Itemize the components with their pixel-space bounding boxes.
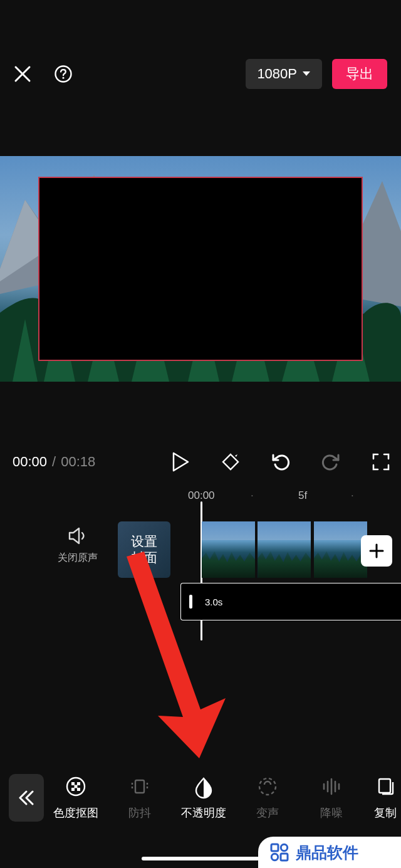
home-indicator [142,857,259,860]
header: 1080P 导出 [0,58,401,90]
svg-rect-16 [281,854,288,860]
chevron-down-icon [302,71,311,77]
fullscreen-icon[interactable] [371,452,391,472]
bottom-toolbar: 色度抠图 防抖 不透明度 变声 降噪 复制 [0,760,401,835]
overlay-clip[interactable]: 3.0s [180,583,401,620]
tool-copy[interactable]: 复制 [363,775,401,820]
video-preview[interactable] [0,156,401,382]
brand-logo-icon [269,842,289,862]
playback-time-row: 00:00 / 00:18 [13,449,391,474]
duration-time: 00:18 [61,454,95,470]
anti-shake-icon [128,775,151,798]
svg-rect-13 [271,844,278,851]
tool-noise-reduce-label: 降噪 [320,805,343,820]
mute-audio-button[interactable]: 关闭原声 [58,526,98,565]
mute-label: 关闭原声 [58,552,98,565]
timeline-tracks: 关闭原声 设置 封面 [0,521,401,578]
watermark-text: 鼎品软件 [296,842,358,863]
chevrons-left-icon [18,790,35,806]
svg-point-1 [63,77,65,79]
time-separator: / [52,454,56,470]
tool-voice-change[interactable]: 变声 [236,775,299,820]
cover-label-l2: 封面 [131,550,157,566]
cover-label-l1: 设置 [131,533,157,550]
timeline-ruler[interactable]: 00:00 · 5f · [0,489,401,503]
watermark-badge: 鼎品软件 [258,837,401,868]
svg-rect-12 [379,779,390,793]
undo-icon[interactable] [271,452,291,472]
svg-point-14 [281,844,287,850]
tool-opacity-label: 不透明度 [181,805,226,820]
clip-handle-left[interactable] [181,583,201,620]
chroma-key-icon [65,775,87,798]
tool-anti-shake-label: 防抖 [128,805,151,820]
tool-voice-change-label: 变声 [256,805,279,820]
svg-rect-6 [77,782,80,785]
clip-duration: 3.0s [205,597,222,607]
resolution-label: 1080P [257,66,297,82]
tool-noise-reduce[interactable]: 降噪 [299,775,363,820]
noise-reduce-icon [320,775,343,798]
toolbar-back-button[interactable] [9,774,44,822]
tool-copy-label: 复制 [374,805,397,820]
close-icon[interactable] [14,65,31,83]
tool-anti-shake[interactable]: 防抖 [108,775,172,820]
opacity-icon [192,775,215,798]
ruler-tick-1: 5f [298,489,307,502]
redo-icon[interactable] [321,452,341,472]
export-button[interactable]: 导出 [332,59,387,89]
svg-rect-10 [135,780,144,793]
resolution-button[interactable]: 1080P [246,59,322,89]
set-cover-button[interactable]: 设置 封面 [118,521,170,578]
play-icon[interactable] [170,452,190,472]
playback-controls [170,452,391,472]
export-label: 导出 [346,65,373,83]
add-clip-button[interactable] [361,535,392,567]
help-icon[interactable] [54,65,73,83]
overlay-frame[interactable] [38,177,363,361]
svg-rect-9 [77,788,80,791]
keyframe-icon[interactable] [221,452,241,472]
svg-rect-5 [71,782,75,785]
tool-chroma-key-label: 色度抠图 [53,805,98,820]
tool-chroma-key[interactable]: 色度抠图 [44,775,108,820]
current-time: 00:00 [13,454,47,470]
svg-rect-8 [71,788,75,791]
ruler-tick-0: 00:00 [188,489,215,502]
speaker-icon [68,526,88,545]
plus-icon [368,543,385,559]
svg-rect-3 [189,595,192,609]
svg-rect-7 [75,785,78,788]
svg-point-15 [271,854,278,860]
header-left [14,65,73,83]
tool-opacity[interactable]: 不透明度 [172,775,236,820]
copy-icon [374,775,397,798]
voice-change-icon [256,775,279,798]
